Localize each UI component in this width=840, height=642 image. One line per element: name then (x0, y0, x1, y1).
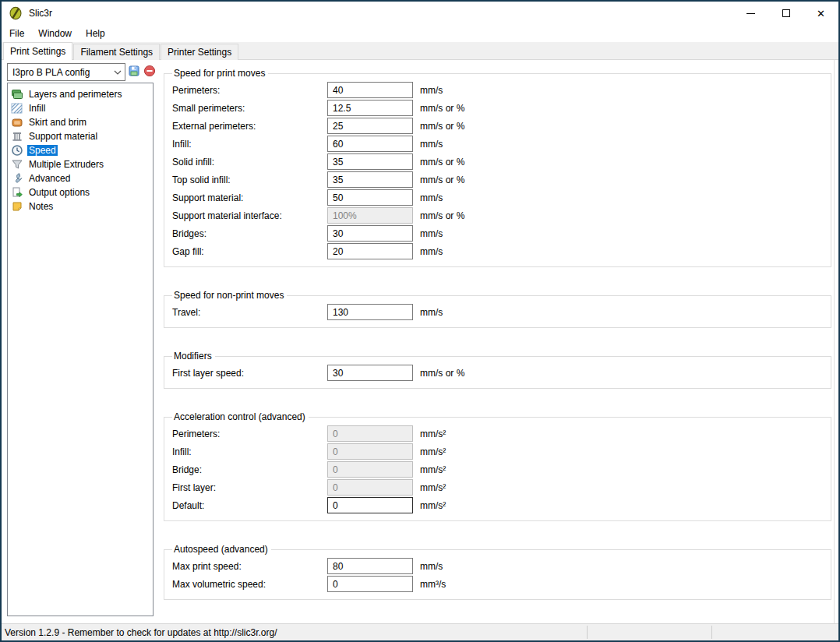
setting-unit: mm/s or % (420, 157, 464, 168)
tree-item-label: Output options (27, 187, 91, 198)
tab-print-settings[interactable]: Print Settings (3, 42, 72, 60)
tree-item-support-material[interactable]: Support material (8, 129, 153, 143)
save-floppy-icon (128, 65, 140, 79)
minimize-icon (746, 13, 755, 14)
setting-input-first-layer-speed[interactable] (327, 365, 413, 381)
menu-file[interactable]: File (2, 26, 31, 41)
group-title: Autospeed (advanced) (172, 544, 271, 555)
group-autospeed-advanced: Autospeed (advanced)Max print speed:mm/s… (164, 544, 831, 600)
tree-item-infill[interactable]: Infill (8, 101, 153, 115)
setting-label: External perimeters: (172, 121, 327, 132)
print-settings-page: I3pro B PLA config Layers and perimeters… (2, 60, 838, 623)
minimize-button[interactable] (733, 2, 768, 25)
setting-row-first-layer-speed: First layer speed:mm/s or % (172, 364, 831, 382)
setting-input-infill (327, 443, 413, 460)
tree-item-layers-and-perimeters[interactable]: Layers and perimeters (8, 87, 153, 101)
setting-row-infill: Infill:mm/s (172, 135, 831, 153)
setting-row-perimeters: Perimeters:mm/s (172, 81, 831, 99)
setting-label: Perimeters: (172, 429, 327, 439)
close-button[interactable]: ✕ (803, 2, 838, 25)
setting-label: Support material interface: (172, 210, 327, 221)
setting-input-max-print-speed[interactable] (327, 558, 413, 574)
tree-item-speed[interactable]: Speed (8, 143, 153, 157)
setting-row-bridges: Bridges:mm/s (172, 224, 831, 242)
tree-item-label: Layers and perimeters (27, 89, 123, 100)
setting-input-support-material[interactable] (327, 189, 413, 206)
menu-help[interactable]: Help (79, 26, 112, 41)
setting-unit: mm/s (420, 192, 443, 203)
setting-label: Gap fill: (172, 246, 327, 257)
setting-row-support-material: Support material:mm/s (172, 189, 831, 206)
chevron-down-icon (111, 70, 125, 75)
setting-label: First layer: (172, 482, 327, 493)
setting-input-max-volumetric-speed[interactable] (327, 576, 413, 592)
setting-label: Bridges: (172, 228, 327, 239)
settings-panel: Speed for print movesPerimeters:mm/sSmal… (164, 60, 831, 623)
preset-select[interactable]: I3pro B PLA config (7, 63, 125, 81)
setting-input-bridges[interactable] (327, 225, 413, 242)
window-controls: ✕ (733, 2, 838, 25)
tree-item-output-options[interactable]: Output options (8, 185, 153, 199)
slic3r-window: Slic3r ✕ File Window Help Print Settings… (0, 0, 840, 642)
setting-input-infill[interactable] (327, 136, 413, 152)
setting-label: Bridge: (172, 464, 327, 475)
group-speed-for-non-print-moves: Speed for non-print movesTravel:mm/s (164, 290, 831, 328)
maximize-icon (782, 9, 790, 17)
setting-label: Infill: (172, 139, 327, 150)
setting-label: Small perimeters: (172, 103, 327, 114)
setting-label: Support material: (172, 192, 327, 203)
setting-unit: mm/s (420, 561, 443, 572)
settings-tab-bar: Print Settings Filament Settings Printer… (2, 42, 838, 60)
setting-unit: mm³/s (420, 579, 446, 590)
setting-unit: mm/s² (420, 500, 446, 511)
menu-window[interactable]: Window (31, 26, 79, 41)
advanced-wrench-icon (11, 172, 23, 185)
close-icon: ✕ (817, 9, 825, 19)
setting-unit: mm/s or % (420, 210, 464, 221)
group-title: Acceleration control (advanced) (172, 411, 309, 422)
skirt-icon (11, 116, 23, 129)
tree-item-label: Multiple Extruders (27, 159, 105, 170)
tab-filament-settings[interactable]: Filament Settings (73, 44, 160, 60)
setting-row-external-perimeters: External perimeters:mm/s or % (172, 117, 831, 135)
setting-row-first-layer: First layer:mm/s² (172, 478, 831, 496)
settings-tree: Layers and perimetersInfillSkirt and bri… (7, 83, 154, 616)
setting-unit: mm/s or % (420, 368, 464, 379)
setting-label: Top solid infill: (172, 175, 327, 185)
setting-input-small-perimeters[interactable] (327, 100, 413, 116)
setting-input-travel[interactable] (327, 304, 413, 320)
tab-printer-settings[interactable]: Printer Settings (161, 44, 238, 60)
extruders-funnel-icon (11, 158, 23, 171)
setting-label: Max print speed: (172, 561, 327, 572)
setting-input-top-solid-infill[interactable] (327, 171, 413, 188)
status-bar: Version 1.2.9 - Remember to check for up… (2, 623, 838, 640)
group-title: Speed for print moves (172, 68, 268, 79)
setting-input-default[interactable] (327, 497, 413, 513)
tree-item-multiple-extruders[interactable]: Multiple Extruders (8, 157, 153, 171)
delete-circle-icon (143, 65, 156, 79)
setting-unit: mm/s² (420, 429, 446, 439)
setting-label: Solid infill: (172, 157, 327, 168)
tree-item-advanced[interactable]: Advanced (8, 171, 153, 185)
maximize-button[interactable] (768, 2, 803, 25)
tree-item-skirt-and-brim[interactable]: Skirt and brim (8, 115, 153, 129)
setting-input-external-perimeters[interactable] (327, 118, 413, 134)
setting-input-perimeters[interactable] (327, 82, 413, 98)
output-page-icon (11, 186, 23, 199)
setting-input-solid-infill[interactable] (327, 153, 413, 170)
setting-input-support-material-interface (327, 207, 413, 224)
notes-icon (11, 200, 23, 213)
setting-unit: mm/s or % (420, 121, 464, 132)
menu-bar: File Window Help (2, 25, 838, 42)
setting-unit: mm/s (420, 85, 443, 96)
setting-row-max-print-speed: Max print speed:mm/s (172, 557, 831, 575)
delete-preset-button[interactable] (143, 64, 157, 80)
window-title: Slic3r (29, 8, 52, 19)
save-preset-button[interactable] (127, 64, 141, 80)
setting-input-gap-fill[interactable] (327, 243, 413, 259)
setting-unit: mm/s² (420, 482, 446, 493)
tree-item-label: Speed (27, 145, 58, 156)
setting-unit: mm/s or % (420, 175, 464, 185)
tree-item-label: Infill (27, 103, 47, 114)
tree-item-notes[interactable]: Notes (8, 199, 153, 213)
